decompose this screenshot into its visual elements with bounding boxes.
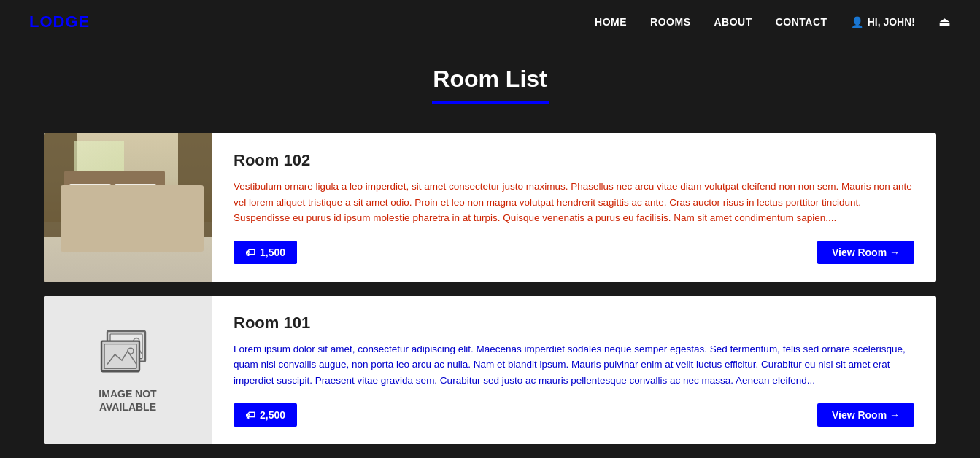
navbar: LODGE HOME ROOMS ABOUT CONTACT 👤 HI, JOH… — [0, 0, 980, 44]
user-icon: 👤 — [851, 16, 863, 28]
image-not-available-text: IMAGE NOTAVAILABLE — [99, 387, 156, 414]
nav-home[interactable]: HOME — [595, 16, 627, 28]
room-101-description: Lorem ipsum dolor sit amet, consectetur … — [234, 341, 914, 389]
page-title: Room List — [44, 66, 936, 93]
room-101-image-placeholder: IMAGE NOTAVAILABLE — [44, 296, 212, 444]
room-101-name: Room 101 — [234, 314, 914, 333]
room-101-image-container: IMAGE NOTAVAILABLE — [44, 296, 212, 444]
title-underline — [432, 101, 549, 104]
room-102-content: Room 102 Vestibulum ornare ligula a leo … — [212, 133, 936, 282]
nav-contact[interactable]: CONTACT — [776, 16, 827, 28]
main-content: Room List Room 102 Vestibulum ornare lig… — [0, 44, 980, 458]
price-tag-icon: 🏷 — [245, 409, 255, 421]
nav-links: HOME ROOMS ABOUT CONTACT 👤 HI, JOHN! ⏏ — [595, 14, 951, 30]
room-102-description: Vestibulum ornare ligula a leo imperdiet… — [234, 179, 914, 226]
nav-rooms[interactable]: ROOMS — [650, 16, 690, 28]
room-card: Room 102 Vestibulum ornare ligula a leo … — [44, 133, 936, 282]
room-101-price: 2,500 — [260, 409, 285, 421]
room-102-image-container — [44, 133, 212, 282]
room-102-name: Room 102 — [234, 151, 914, 170]
room-102-view-button[interactable]: View Room → — [817, 241, 914, 264]
room-102-price-badge: 🏷 1,500 — [234, 241, 297, 264]
page-title-section: Room List — [44, 66, 936, 104]
user-greeting: HI, JOHN! — [868, 16, 915, 28]
image-not-available-icon — [99, 326, 157, 380]
room-102-footer: 🏷 1,500 View Room → — [234, 241, 914, 264]
room-102-image — [44, 133, 212, 282]
room-101-view-button[interactable]: View Room → — [817, 403, 914, 427]
room-card: IMAGE NOTAVAILABLE Room 101 Lorem ipsum … — [44, 296, 936, 444]
site-logo[interactable]: LODGE — [29, 12, 90, 31]
logout-icon[interactable]: ⏏ — [938, 14, 951, 30]
room-102-price: 1,500 — [260, 247, 285, 258]
room-101-content: Room 101 Lorem ipsum dolor sit amet, con… — [212, 296, 936, 444]
nav-about[interactable]: ABOUT — [714, 16, 752, 28]
room-101-footer: 🏷 2,500 View Room → — [234, 403, 914, 427]
price-tag-icon: 🏷 — [245, 247, 255, 258]
room-101-price-badge: 🏷 2,500 — [234, 403, 297, 427]
nav-user: 👤 HI, JOHN! — [851, 16, 915, 28]
